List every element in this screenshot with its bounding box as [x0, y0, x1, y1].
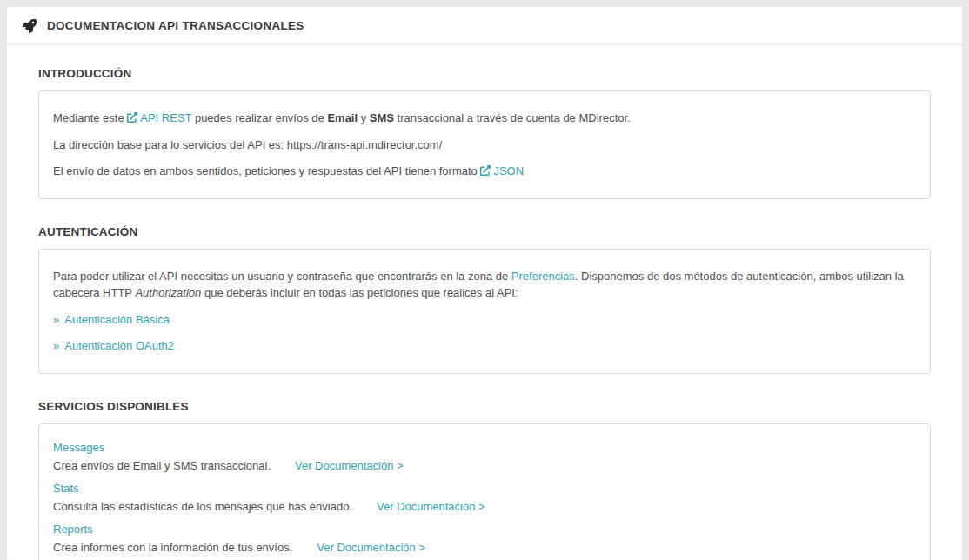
preferencias-link[interactable]: Preferencias: [511, 270, 575, 283]
service-stats-doc-link[interactable]: Ver Documentación >: [377, 500, 485, 513]
authentication-title: AUTENTICACIÓN: [38, 225, 931, 238]
section-services: SERVICIOS DISPONIBLES Messages Crea enví…: [38, 400, 931, 560]
service-stats-description: Consulta las estadísticas de los mensaje…: [53, 500, 352, 513]
auth-p1-text-3: que deberás incluir en todas las peticio…: [201, 286, 518, 299]
main-panel: DOCUMENTACION API TRANSACCIONALES INTROD…: [7, 7, 962, 560]
json-link[interactable]: JSON: [480, 164, 524, 177]
intro-p1-text-2: puedes realizar envíos de: [191, 111, 327, 124]
chevron-right-icon: »: [53, 313, 59, 326]
service-item-stats: Stats Consulta las estadísticas de los m…: [53, 481, 916, 515]
section-introduction: INTRODUCCIÓN Mediante este API REST pued…: [38, 67, 931, 199]
intro-p1-text-4: transaccional a través de cuenta de MDir…: [394, 111, 631, 124]
intro-p3-text-1: El envío de datos en ambos sentidos, pet…: [53, 164, 480, 177]
authentication-paragraph: Para poder utilizar el API necesitas un …: [53, 268, 916, 302]
introduction-paragraph-1: Mediante este API REST puedes realizar e…: [53, 110, 916, 127]
authentication-box: Para poder utilizar el API necesitas un …: [38, 249, 931, 374]
api-rest-link-label: API REST: [140, 111, 191, 124]
intro-p1-bold-email: Email: [327, 111, 358, 124]
service-messages-link[interactable]: Messages: [53, 440, 104, 456]
json-link-label: JSON: [493, 164, 524, 177]
external-link-icon: [480, 165, 491, 176]
introduction-box: Mediante este API REST puedes realizar e…: [38, 90, 931, 199]
auth-oauth2-link-label: Autenticación OAuth2: [64, 339, 174, 352]
page-content: INTRODUCCIÓN Mediante este API REST pued…: [7, 45, 962, 560]
auth-oauth2-link[interactable]: »Autenticación OAuth2: [53, 339, 174, 352]
services-box: Messages Crea envíos de Email y SMS tran…: [38, 423, 931, 560]
service-item-messages: Messages Crea envíos de Email y SMS tran…: [53, 440, 916, 474]
service-messages-description: Crea envíos de Email y SMS transaccional…: [53, 459, 271, 472]
section-authentication: AUTENTICACIÓN Para poder utilizar el API…: [38, 225, 931, 374]
introduction-title: INTRODUCCIÓN: [38, 67, 931, 80]
service-stats-link[interactable]: Stats: [53, 481, 79, 497]
auth-link-basic: »Autenticación Básica: [53, 311, 916, 329]
page-header: DOCUMENTACION API TRANSACCIONALES: [7, 7, 962, 45]
service-item-reports: Reports Crea informes con la información…: [53, 522, 916, 556]
auth-basic-link[interactable]: »Autenticación Básica: [53, 313, 170, 326]
services-title: SERVICIOS DISPONIBLES: [38, 400, 931, 413]
service-messages-doc-link[interactable]: Ver Documentación >: [295, 459, 404, 472]
auth-p1-text-1: Para poder utilizar el API necesitas un …: [53, 270, 511, 283]
intro-p1-text-3: y: [358, 111, 370, 124]
auth-basic-link-label: Autenticación Básica: [64, 313, 170, 326]
api-rest-link[interactable]: API REST: [127, 111, 191, 124]
auth-link-oauth2: »Autenticación OAuth2: [53, 337, 916, 355]
auth-p1-italic-authorization: Authorization: [135, 286, 201, 299]
service-reports-doc-link[interactable]: Ver Documentación >: [317, 541, 425, 554]
page-title: DOCUMENTACION API TRANSACCIONALES: [47, 19, 304, 32]
introduction-paragraph-3: El envío de datos en ambos sentidos, pet…: [53, 163, 916, 180]
external-link-icon: [127, 112, 137, 123]
service-reports-description: Crea informes con la información de tus …: [53, 541, 292, 554]
service-reports-link[interactable]: Reports: [53, 522, 93, 537]
chevron-right-icon: »: [53, 339, 59, 352]
introduction-paragraph-2: La dirección base para lo servicios del …: [53, 137, 916, 154]
rocket-icon: [23, 19, 37, 33]
intro-p1-text-1: Mediante este: [53, 111, 127, 124]
intro-p1-bold-sms: SMS: [370, 111, 394, 124]
